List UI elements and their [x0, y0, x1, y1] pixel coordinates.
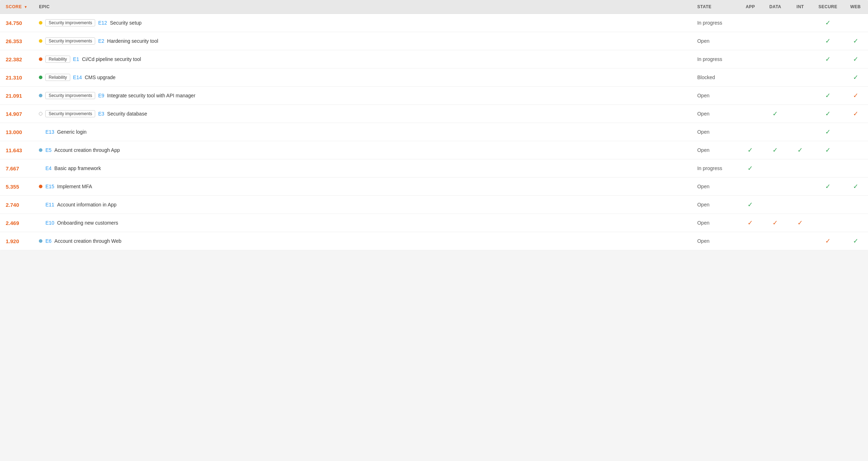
app-cell	[738, 32, 763, 50]
state-cell: Open	[692, 32, 738, 50]
epic-id[interactable]: E1	[73, 56, 79, 62]
epic-tag[interactable]: Security improvements	[45, 110, 95, 117]
check-icon: ✓	[825, 19, 831, 26]
score-cell: 22.382	[0, 50, 33, 68]
secure-cell: ✓	[813, 105, 843, 123]
app-cell: ✓	[738, 196, 763, 214]
check-icon: ✓	[772, 147, 778, 154]
epic-id[interactable]: E11	[45, 202, 54, 208]
app-cell: ✓	[738, 159, 763, 178]
table-row: 11.643E5Account creation through AppOpen…	[0, 141, 868, 159]
secure-cell: ✓	[813, 232, 843, 250]
epic-id[interactable]: E5	[45, 147, 51, 153]
col-header-int: INT	[788, 0, 813, 14]
state-cell: Open	[692, 123, 738, 141]
check-icon: ✓	[825, 147, 831, 154]
check-icon: ✓	[853, 56, 858, 63]
epic-name: Ci/Cd pipeline security tool	[82, 56, 141, 62]
check-icon: ✓	[825, 128, 831, 135]
data-cell	[763, 196, 788, 214]
epic-id[interactable]: E12	[98, 20, 107, 26]
int-cell	[788, 105, 813, 123]
check-icon: ✓	[772, 110, 778, 117]
epic-name: Account information in App	[57, 202, 117, 208]
epic-cell: E11Account information in App	[33, 196, 692, 214]
score-cell: 14.907	[0, 105, 33, 123]
status-dot	[39, 57, 42, 61]
state-cell: Open	[692, 141, 738, 159]
state-cell: In progress	[692, 159, 738, 178]
int-cell	[788, 196, 813, 214]
int-cell: ✓	[788, 214, 813, 232]
epic-tag[interactable]: Security improvements	[45, 19, 95, 26]
status-dot	[39, 239, 42, 243]
status-dot	[39, 94, 42, 97]
check-icon: ✓	[748, 147, 753, 154]
status-dot	[39, 76, 42, 79]
state-cell: Open	[692, 196, 738, 214]
epic-cell: E5Account creation through App	[33, 141, 692, 159]
secure-cell	[813, 68, 843, 87]
epic-id[interactable]: E14	[73, 75, 82, 80]
col-header-web: WEB	[843, 0, 868, 14]
secure-cell: ✓	[813, 141, 843, 159]
score-cell: 2.469	[0, 214, 33, 232]
table-row: 2.740E11Account information in AppOpen✓	[0, 196, 868, 214]
epic-id[interactable]: E6	[45, 238, 51, 244]
data-cell: ✓	[763, 105, 788, 123]
table-row: 21.310ReliabilityE14CMS upgradeBlocked✓	[0, 68, 868, 87]
epic-cell: E10Onboarding new customers	[33, 214, 692, 232]
data-cell	[763, 14, 788, 32]
score-value: 1.920	[6, 238, 19, 244]
web-cell	[843, 123, 868, 141]
int-cell	[788, 50, 813, 68]
web-cell: ✓	[843, 87, 868, 105]
secure-cell: ✓	[813, 50, 843, 68]
score-value: 2.469	[6, 220, 19, 226]
epic-tag[interactable]: Security improvements	[45, 37, 95, 45]
secure-cell: ✓	[813, 87, 843, 105]
data-cell: ✓	[763, 214, 788, 232]
app-cell	[738, 123, 763, 141]
score-value: 34.750	[6, 20, 22, 26]
sort-arrow-icon: ▼	[24, 5, 27, 9]
table-row: 26.353Security improvementsE2Hardening s…	[0, 32, 868, 50]
epic-id[interactable]: E9	[98, 93, 104, 98]
col-header-secure: SECURE	[813, 0, 843, 14]
check-icon: ✓	[748, 165, 753, 172]
col-header-score[interactable]: SCORE ▼	[0, 0, 33, 14]
check-icon: ✓	[825, 237, 831, 245]
epic-name: Implement MFA	[57, 184, 92, 189]
secure-cell: ✓	[813, 14, 843, 32]
int-cell	[788, 232, 813, 250]
epic-id[interactable]: E10	[45, 220, 54, 226]
state-cell: In progress	[692, 50, 738, 68]
score-cell: 2.740	[0, 196, 33, 214]
table-header-row: SCORE ▼ EPIC STATE APP DATA INT	[0, 0, 868, 14]
data-cell	[763, 87, 788, 105]
score-cell: 21.310	[0, 68, 33, 87]
epic-cell: Security improvementsE9Integrate securit…	[33, 87, 692, 105]
int-cell	[788, 14, 813, 32]
web-cell: ✓	[843, 232, 868, 250]
int-cell	[788, 32, 813, 50]
score-value: 11.643	[6, 147, 22, 153]
score-value: 5.355	[6, 184, 19, 190]
secure-cell	[813, 214, 843, 232]
epic-id[interactable]: E13	[45, 129, 54, 135]
web-cell: ✓	[843, 178, 868, 196]
epic-id[interactable]: E3	[98, 111, 104, 117]
score-cell: 11.643	[0, 141, 33, 159]
epic-table: SCORE ▼ EPIC STATE APP DATA INT	[0, 0, 868, 250]
secure-cell: ✓	[813, 123, 843, 141]
epic-id[interactable]: E4	[45, 165, 51, 171]
epic-tag[interactable]: Reliability	[45, 56, 70, 63]
check-icon: ✓	[748, 219, 753, 226]
epic-id[interactable]: E15	[45, 184, 54, 189]
epic-tag[interactable]: Reliability	[45, 74, 70, 81]
check-icon: ✓	[853, 92, 858, 99]
epic-id[interactable]: E2	[98, 38, 104, 44]
check-icon: ✓	[825, 56, 831, 63]
epic-tag[interactable]: Security improvements	[45, 92, 95, 99]
data-cell	[763, 232, 788, 250]
